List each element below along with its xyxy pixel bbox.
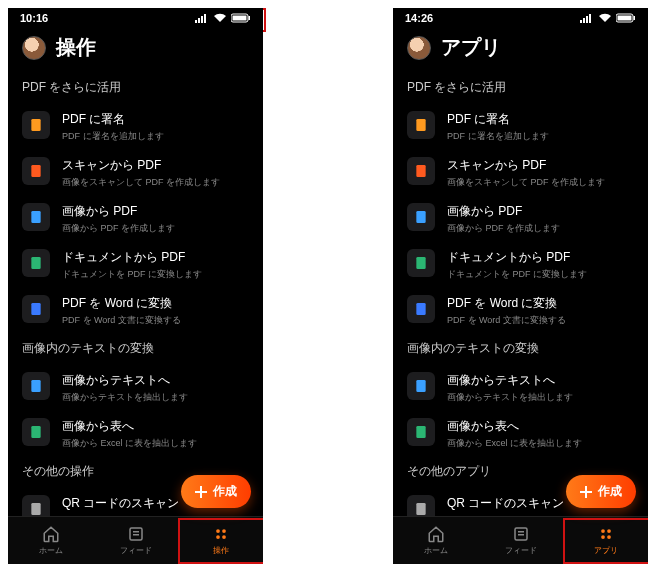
svg-rect-3 bbox=[204, 14, 206, 23]
action-text: 画像からテキストへ画像からテキストを抽出します bbox=[62, 372, 249, 404]
action-text: PDF に署名PDF に署名を追加します bbox=[447, 111, 634, 143]
section-title: 画像内のテキストの変換 bbox=[407, 340, 634, 357]
tab-apps[interactable]: アプリ bbox=[563, 517, 648, 564]
avatar[interactable] bbox=[22, 36, 46, 60]
svg-rect-1 bbox=[198, 18, 200, 23]
svg-point-21 bbox=[222, 535, 226, 539]
svg-point-40 bbox=[601, 529, 605, 533]
action-item[interactable]: 画像からテキストへ画像からテキストを抽出します bbox=[407, 365, 634, 411]
action-item[interactable]: 画像から表へ画像から Excel に表を抽出します bbox=[22, 411, 249, 457]
signal-icon bbox=[580, 13, 594, 23]
action-subtitle: PDF を Word 文書に変換する bbox=[62, 314, 249, 327]
action-item[interactable]: 画像から表へ画像から Excel に表を抽出します bbox=[407, 411, 634, 457]
action-text: 画像から PDF画像から PDF を作成します bbox=[62, 203, 249, 235]
action-icon bbox=[22, 418, 50, 446]
action-subtitle: 画像から Excel に表を抽出します bbox=[62, 437, 249, 450]
action-subtitle: 画像から PDF を作成します bbox=[62, 222, 249, 235]
action-item[interactable]: PDF を Word に変換PDF を Word 文書に変換する bbox=[407, 288, 634, 334]
action-item[interactable]: PDF に署名PDF に署名を追加します bbox=[407, 104, 634, 150]
action-icon bbox=[22, 495, 50, 516]
action-text: 画像からテキストへ画像からテキストを抽出します bbox=[447, 372, 634, 404]
action-item[interactable]: スキャンから PDF画像をスキャンして PDF を作成します bbox=[22, 150, 249, 196]
tab-label: フィード bbox=[505, 545, 537, 556]
action-text: PDF を Word に変換PDF を Word 文書に変換する bbox=[62, 295, 249, 327]
svg-rect-30 bbox=[416, 165, 425, 177]
create-fab[interactable]: 作成 bbox=[566, 475, 636, 508]
action-text: 画像から表へ画像から Excel に表を抽出します bbox=[447, 418, 634, 450]
content-area[interactable]: PDF をさらに活用PDF に署名PDF に署名を追加しますスキャンから PDF… bbox=[393, 73, 648, 516]
header: 操作 bbox=[8, 26, 263, 73]
content-area[interactable]: PDF をさらに活用PDF に署名PDF に署名を追加しますスキャンから PDF… bbox=[8, 73, 263, 516]
action-subtitle: 画像をスキャンして PDF を作成します bbox=[447, 176, 634, 189]
action-item[interactable]: 画像からテキストへ画像からテキストを抽出します bbox=[22, 365, 249, 411]
tab-feed[interactable]: フィード bbox=[478, 517, 563, 564]
action-subtitle: PDF を Word 文書に変換する bbox=[447, 314, 634, 327]
action-item[interactable]: PDF を Word に変換PDF を Word 文書に変換する bbox=[22, 288, 249, 334]
svg-rect-8 bbox=[31, 165, 40, 177]
fab-label: 作成 bbox=[598, 483, 622, 500]
tab-home[interactable]: ホーム bbox=[8, 517, 93, 564]
action-item[interactable]: スキャンから PDF画像をスキャンして PDF を作成します bbox=[407, 150, 634, 196]
svg-rect-32 bbox=[416, 257, 425, 269]
svg-point-20 bbox=[216, 535, 220, 539]
svg-rect-31 bbox=[416, 211, 425, 223]
section-title: 画像内のテキストの変換 bbox=[22, 340, 249, 357]
svg-point-41 bbox=[607, 529, 611, 533]
action-title: PDF を Word に変換 bbox=[62, 295, 249, 312]
action-item[interactable]: ドキュメントから PDFドキュメントを PDF に変換します bbox=[407, 242, 634, 288]
action-icon bbox=[407, 495, 435, 516]
action-icon bbox=[22, 295, 50, 323]
tab-apps[interactable]: 操作 bbox=[178, 517, 263, 564]
status-bar: 10:16 bbox=[8, 8, 263, 26]
action-icon bbox=[22, 372, 50, 400]
tab-feed[interactable]: フィード bbox=[93, 517, 178, 564]
action-icon bbox=[22, 157, 50, 185]
action-icon bbox=[407, 111, 435, 139]
avatar[interactable] bbox=[407, 36, 431, 60]
section-title: PDF をさらに活用 bbox=[407, 79, 634, 96]
action-title: スキャンから PDF bbox=[447, 157, 634, 174]
action-icon bbox=[407, 372, 435, 400]
svg-point-43 bbox=[607, 535, 611, 539]
svg-rect-24 bbox=[586, 16, 588, 23]
create-fab[interactable]: 作成 bbox=[181, 475, 251, 508]
action-text: PDF に署名PDF に署名を追加します bbox=[62, 111, 249, 143]
svg-rect-2 bbox=[201, 16, 203, 23]
action-title: 画像から PDF bbox=[62, 203, 249, 220]
plus-icon bbox=[580, 486, 592, 498]
action-title: 画像から PDF bbox=[447, 203, 634, 220]
svg-rect-25 bbox=[589, 14, 591, 23]
action-title: 画像からテキストへ bbox=[447, 372, 634, 389]
tab-label: フィード bbox=[120, 545, 152, 556]
tab-bar: ホームフィード操作 bbox=[8, 516, 263, 564]
page-title: 操作 bbox=[56, 34, 96, 61]
tab-home[interactable]: ホーム bbox=[393, 517, 478, 564]
tab-bar: ホームフィードアプリ bbox=[393, 516, 648, 564]
action-title: スキャンから PDF bbox=[62, 157, 249, 174]
action-title: ドキュメントから PDF bbox=[62, 249, 249, 266]
svg-rect-35 bbox=[416, 426, 425, 438]
wifi-icon bbox=[213, 13, 227, 23]
action-item[interactable]: PDF に署名PDF に署名を追加します bbox=[22, 104, 249, 150]
action-title: 画像からテキストへ bbox=[62, 372, 249, 389]
action-text: ドキュメントから PDFドキュメントを PDF に変換します bbox=[447, 249, 634, 281]
svg-rect-34 bbox=[416, 380, 425, 392]
tab-label: アプリ bbox=[594, 545, 618, 556]
action-text: スキャンから PDF画像をスキャンして PDF を作成します bbox=[447, 157, 634, 189]
tab-label: ホーム bbox=[424, 545, 448, 556]
action-item[interactable]: 画像から PDF画像から PDF を作成します bbox=[407, 196, 634, 242]
action-item[interactable]: 画像から PDF画像から PDF を作成します bbox=[22, 196, 249, 242]
section-title: PDF をさらに活用 bbox=[22, 79, 249, 96]
action-title: 画像から表へ bbox=[62, 418, 249, 435]
action-item[interactable]: ドキュメントから PDFドキュメントを PDF に変換します bbox=[22, 242, 249, 288]
action-text: ドキュメントから PDFドキュメントを PDF に変換します bbox=[62, 249, 249, 281]
signal-icon bbox=[195, 13, 209, 23]
action-subtitle: PDF に署名を追加します bbox=[62, 130, 249, 143]
action-text: 画像から PDF画像から PDF を作成します bbox=[447, 203, 634, 235]
action-title: 画像から表へ bbox=[447, 418, 634, 435]
action-text: PDF を Word に変換PDF を Word 文書に変換する bbox=[447, 295, 634, 327]
action-text: 画像から表へ画像から Excel に表を抽出します bbox=[62, 418, 249, 450]
action-subtitle: 画像から PDF を作成します bbox=[447, 222, 634, 235]
page-title: アプリ bbox=[441, 34, 501, 61]
action-icon bbox=[407, 249, 435, 277]
